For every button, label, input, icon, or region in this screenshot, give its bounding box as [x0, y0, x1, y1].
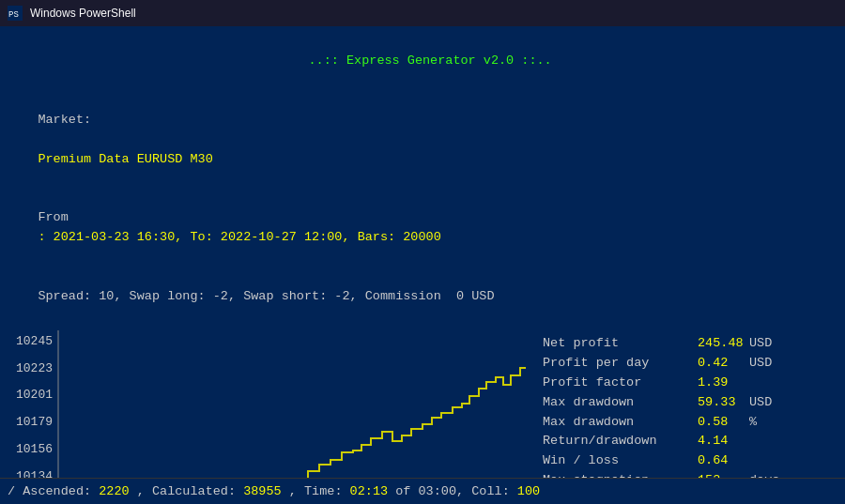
svg-text:PS: PS	[8, 10, 19, 20]
stat-value: 0.64	[698, 451, 749, 471]
stat-row: Net profit 245.48 USD	[543, 334, 837, 354]
from-line: From : 2021-03-23 16:30, To: 2022-10-27 …	[8, 189, 837, 267]
terminal: ..:: Express Generator v2.0 ::.. Market:…	[0, 26, 845, 504]
stat-row: Max drawdown 59.33 USD	[543, 393, 837, 413]
spread-line: Spread: 10, Swap long: -2, Swap short: -…	[8, 267, 837, 327]
chart-y-label: 10223	[8, 361, 53, 375]
market-value-text: Premium Data EURUSD M30	[38, 152, 212, 166]
title-bar-text: Windows PowerShell	[30, 7, 136, 20]
stat-unit: USD	[749, 334, 772, 354]
powershell-icon: PS	[8, 6, 23, 21]
market-value	[38, 132, 45, 146]
stat-label: Max drawdown	[543, 413, 698, 433]
stat-row: Max drawdown 0.58 %	[543, 413, 837, 433]
stat-unit: USD	[749, 354, 772, 374]
stat-label: Max drawdown	[543, 393, 698, 413]
slash: /	[8, 484, 23, 498]
stat-row: Win / loss 0.64	[543, 451, 837, 471]
stat-row: Return/drawdown 4.14	[543, 432, 837, 451]
chart-y-label: 10156	[8, 442, 53, 456]
stat-label: Profit factor	[543, 374, 698, 393]
stat-unit: %	[749, 413, 757, 433]
from-label: From	[38, 210, 68, 224]
calculated-label: , Calculated:	[137, 484, 243, 498]
coll-value: 100	[517, 484, 540, 498]
stat-row: Profit factor 1.39	[543, 374, 837, 393]
app-title-line: ..:: Express Generator v2.0 ::..	[8, 32, 837, 91]
cursor-line: / Ascended: 2220 , Calculated: 38955 , T…	[8, 484, 540, 498]
stat-value: 245.48	[698, 334, 749, 354]
market-line: Market: Premium Data EURUSD M30	[8, 91, 837, 190]
stat-value: 0.42	[698, 354, 749, 374]
stat-label: Return/drawdown	[543, 432, 698, 451]
stat-row: Profit per day 0.42 USD	[543, 354, 837, 374]
bottom-bar: / Ascended: 2220 , Calculated: 38955 , T…	[0, 478, 845, 504]
app-title: ..:: Express Generator v2.0 ::..	[308, 53, 566, 68]
time-label: , Time:	[289, 484, 350, 498]
stat-value: 1.39	[698, 374, 749, 393]
spread-text: Spread: 10, Swap long: -2, Swap short: -…	[38, 289, 494, 303]
stat-value: 59.33	[698, 393, 749, 413]
time-value: 02:13	[350, 484, 389, 498]
stat-value: 4.14	[698, 432, 749, 451]
ascended-value: 2220	[99, 484, 129, 498]
stat-value: 0.58	[698, 413, 749, 433]
chart-y-label: 10201	[8, 388, 53, 402]
calculated-value: 38955	[243, 484, 282, 498]
from-value: : 2021-03-23 16:30, To: 2022-10-27 12:00…	[38, 230, 440, 244]
market-label: Market:	[38, 113, 91, 127]
title-bar: PS Windows PowerShell	[0, 0, 845, 26]
chart-y-label: 10179	[8, 415, 53, 429]
ascended-label: Ascended:	[23, 484, 99, 498]
stat-label: Net profit	[543, 334, 698, 354]
stat-label: Win / loss	[543, 451, 698, 471]
of-label: of 03:00, Coll:	[395, 484, 517, 498]
stat-label: Profit per day	[543, 354, 698, 374]
chart-y-label: 10245	[8, 334, 53, 348]
stat-unit: USD	[749, 393, 772, 413]
